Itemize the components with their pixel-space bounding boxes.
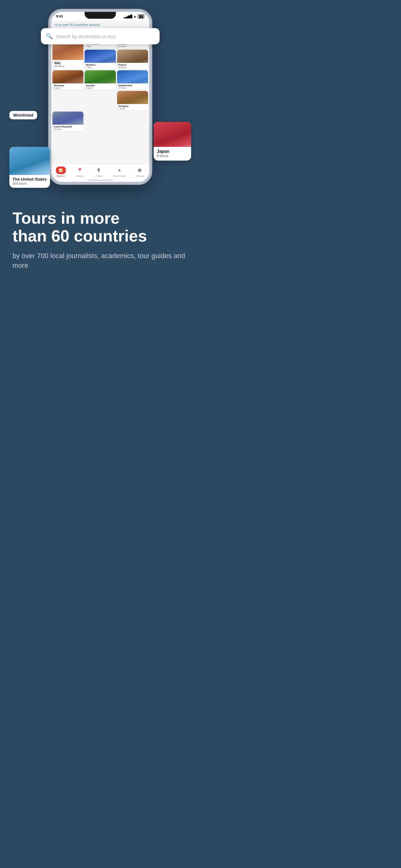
- search-icon: 🔍: [46, 33, 53, 40]
- destination-card-monaco[interactable]: Monaco 1 tour: [85, 50, 115, 69]
- nav-create[interactable]: 🎙 Create: [94, 166, 104, 178]
- destination-card-austria[interactable]: Austria 8 tours: [85, 70, 115, 90]
- nav-explore[interactable]: 🧭 Explore: [56, 166, 66, 178]
- slovenia-name: Slovenia: [54, 84, 82, 87]
- monaco-name: Monaco: [86, 63, 114, 66]
- france-tours: 54 tours: [119, 66, 147, 68]
- monaco-tours: 1 tour: [86, 66, 114, 68]
- wishlisted-badge: Wishlisted: [9, 111, 37, 119]
- settings-label: Settings: [135, 175, 144, 178]
- create-icon-bg: 🎙: [94, 166, 104, 174]
- settings-icon: ⚙: [138, 168, 142, 173]
- japan-card-name: Japan: [157, 149, 188, 154]
- create-icon: 🎙: [97, 168, 101, 173]
- usa-card-name: The United States: [12, 177, 47, 182]
- explore-label: Explore: [57, 175, 65, 178]
- library-icon: 📍: [77, 168, 82, 173]
- japan-card-float[interactable]: Japan 9 tours: [154, 122, 191, 161]
- bottom-section: Tours in more than 60 countries by over …: [0, 194, 201, 289]
- nav-settings[interactable]: ⚙ Settings: [135, 166, 144, 178]
- italy-name: Italy: [54, 61, 81, 65]
- destination-card-czech[interactable]: Czech Republic 15 tours: [53, 112, 83, 131]
- japan-card-image: [154, 122, 191, 147]
- slovenia-tours: 5 tours: [54, 87, 82, 89]
- destination-card-hungary[interactable]: Hungary 7 tours: [117, 91, 148, 110]
- search-bar[interactable]: 🔍 Search by destination or tour: [41, 28, 160, 44]
- status-icons: ▂▄▆█ ▲ ▓▓: [124, 14, 144, 19]
- destination-card-france[interactable]: France 54 tours: [117, 50, 148, 69]
- usa-card-tours: 302 tours: [12, 182, 47, 185]
- hungary-name: Hungary: [119, 105, 147, 107]
- phone-notch: [85, 12, 116, 19]
- tourcodes-label: Tour Codes: [113, 175, 126, 178]
- croatia-tours: 12 tours: [119, 45, 147, 48]
- bottom-nav: 🧭 Explore 📍 Library 🎙 Create: [51, 164, 149, 182]
- signal-icon: ▂▄▆█: [124, 15, 132, 18]
- explore-icon: 🧭: [58, 168, 63, 173]
- usa-card-float[interactable]: The United States 302 tours: [9, 147, 50, 188]
- create-label: Create: [95, 175, 103, 178]
- home-indicator: [88, 180, 113, 181]
- czech-name: Czech Republic: [54, 125, 82, 128]
- search-placeholder: Search by destination or tour: [56, 34, 116, 39]
- nav-library[interactable]: 📍 Library: [75, 166, 85, 178]
- italy-tours: 68 tours: [54, 65, 81, 68]
- settings-icon-bg: ⚙: [135, 166, 144, 174]
- library-icon-bg: 📍: [75, 166, 85, 174]
- usa-card-info: The United States 302 tours: [9, 175, 50, 188]
- subheadline: by over 700 local journalists, academics…: [12, 251, 188, 271]
- czech-tours: 15 tours: [54, 128, 82, 130]
- switzerland-tours: 17 tours: [119, 87, 147, 89]
- destination-card-slovenia[interactable]: Slovenia 5 tours: [53, 70, 83, 90]
- phone-header-text: rs in over 60 countries around: [51, 21, 149, 27]
- tourcodes-icon-bg: ≡: [114, 166, 124, 174]
- nav-tourcodes[interactable]: ≡ Tour Codes: [113, 166, 126, 178]
- wifi-icon: ▲: [133, 14, 137, 18]
- explore-icon-bg: 🧭: [56, 166, 66, 174]
- hungary-tours: 7 tours: [119, 107, 147, 110]
- france-name: France: [119, 63, 147, 66]
- tourcodes-icon: ≡: [118, 168, 120, 173]
- switzerland-name: Switzerland: [119, 84, 147, 87]
- library-label: Library: [76, 175, 83, 178]
- phone-screen: rs in over 60 countries around Italy 68 …: [51, 21, 149, 182]
- austria-tours: 8 tours: [86, 87, 114, 89]
- destination-card-switzerland[interactable]: Switzerland 17 tours: [117, 70, 148, 90]
- phone-mockup-section: 🔍 Search by destination or tour 9:41 ▂▄▆…: [0, 0, 201, 194]
- status-time: 9:41: [56, 14, 63, 18]
- sanmarino-tours: 1 tour: [86, 45, 114, 48]
- headline: Tours in more than 60 countries: [12, 209, 188, 245]
- japan-card-info: Japan 9 tours: [154, 147, 191, 161]
- japan-card-tours: 9 tours: [157, 154, 188, 158]
- battery-icon: ▓▓: [138, 14, 144, 19]
- usa-card-image: [9, 147, 50, 175]
- austria-name: Austria: [86, 84, 114, 87]
